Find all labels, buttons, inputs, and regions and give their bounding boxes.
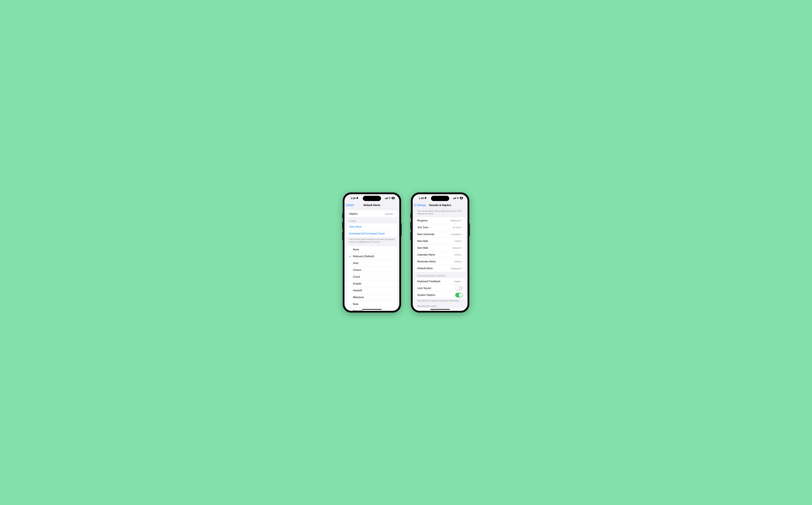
chevron-right-icon bbox=[462, 268, 463, 270]
tone-row[interactable]: Antic bbox=[347, 260, 397, 267]
chevron-left-icon bbox=[346, 204, 348, 207]
tone-label: Passage bbox=[353, 310, 395, 311]
tone-row[interactable]: Chord bbox=[347, 274, 397, 280]
chevron-right-icon bbox=[462, 220, 463, 222]
row-label: Lock Sound bbox=[417, 287, 455, 290]
sounds-list: RingtoneReflectionText ToneTri-toneNew V… bbox=[415, 217, 465, 272]
system-haptics-row: System Haptics bbox=[415, 292, 465, 299]
wifi-icon bbox=[457, 197, 459, 199]
row-label: Calendar Alerts bbox=[417, 253, 454, 256]
battery-indicator: 46 bbox=[391, 197, 395, 199]
store-group: Tone Store Download All Purchased Tones bbox=[347, 223, 397, 237]
status-time: 1:29 bbox=[351, 197, 355, 199]
dynamic-island bbox=[363, 196, 381, 201]
haptics-row[interactable]: Haptics Default bbox=[347, 210, 397, 217]
sound-row[interactable]: New VoicemailComplete bbox=[415, 231, 465, 238]
tone-label: Chord bbox=[353, 276, 395, 278]
dynamic-island bbox=[431, 196, 449, 201]
download-tones-row[interactable]: Download All Purchased Tones bbox=[347, 230, 397, 237]
row-value: Reflection bbox=[450, 219, 461, 222]
chevron-right-icon bbox=[394, 213, 395, 215]
tone-row[interactable]: Handoff bbox=[347, 287, 397, 294]
headphone-header: HEADPHONE AUDIO bbox=[413, 302, 468, 308]
system-haptics-toggle[interactable] bbox=[455, 293, 463, 297]
row-value: Chord bbox=[454, 260, 461, 263]
sound-row[interactable]: Default AlertsRebound bbox=[415, 265, 465, 272]
side-button bbox=[411, 232, 411, 240]
row-value: Rebound bbox=[451, 267, 461, 270]
store-header: STORE bbox=[344, 217, 399, 223]
row-value: Complete bbox=[451, 233, 461, 235]
side-button bbox=[411, 213, 411, 218]
row-label: Download All Purchased Tones bbox=[349, 232, 395, 235]
cellular-icon bbox=[385, 197, 387, 199]
system-footer: Play haptics for system controls and int… bbox=[413, 299, 468, 302]
sound-row[interactable]: RingtoneReflection bbox=[415, 217, 465, 224]
back-button[interactable]: Settings bbox=[414, 204, 426, 207]
cellular-icon bbox=[453, 197, 456, 199]
sound-row[interactable]: Sent MailSwoosh bbox=[415, 244, 465, 251]
tones-list: NoneRebound (Default)AnticCheersChordDro… bbox=[347, 246, 397, 311]
chevron-right-icon bbox=[462, 240, 463, 242]
chevron-right-icon bbox=[462, 281, 463, 283]
chevron-right-icon bbox=[462, 261, 463, 263]
tone-row[interactable]: Milestone bbox=[347, 294, 397, 301]
tone-label: Note bbox=[353, 303, 395, 306]
tone-label: Handoff bbox=[353, 289, 395, 292]
row-label: Default Alerts bbox=[417, 267, 451, 270]
back-label: Back bbox=[348, 204, 354, 207]
tone-label: Antic bbox=[353, 262, 395, 265]
sound-row[interactable]: Text ToneTri-tone bbox=[415, 224, 465, 231]
lock-sound-row: Lock Sound bbox=[415, 285, 465, 292]
row-label: Reminder Alerts bbox=[417, 260, 454, 263]
tone-label: Rebound (Default) bbox=[353, 255, 395, 258]
row-label: System Haptics bbox=[417, 294, 455, 297]
tone-row[interactable]: Rebound (Default) bbox=[347, 253, 397, 260]
chevron-left-icon bbox=[414, 204, 416, 207]
tone-label: Droplet bbox=[353, 282, 395, 285]
silent-mode-icon bbox=[356, 197, 358, 199]
silent-mode-icon bbox=[424, 197, 427, 199]
home-indicator[interactable] bbox=[430, 309, 450, 310]
tone-row[interactable]: None bbox=[347, 246, 397, 253]
sound-row[interactable]: New MailChord bbox=[415, 238, 465, 244]
row-value: Chord bbox=[454, 253, 461, 256]
row-value: Tri-tone bbox=[453, 226, 461, 229]
row-value: Chord bbox=[454, 240, 461, 242]
home-indicator[interactable] bbox=[362, 309, 382, 310]
row-label: Haptics bbox=[349, 212, 385, 215]
row-label: Text Tone bbox=[417, 226, 453, 229]
row-label: New Mail bbox=[417, 240, 454, 242]
chevron-right-icon bbox=[462, 233, 463, 235]
status-time: 1:29 bbox=[419, 197, 424, 199]
page-title: Default Alerts bbox=[363, 204, 380, 207]
tone-store-row[interactable]: Tone Store bbox=[347, 223, 397, 230]
row-label: Keyboard Feedback bbox=[417, 280, 454, 283]
checkmark-icon bbox=[348, 255, 352, 258]
tone-row[interactable]: Droplet bbox=[347, 280, 397, 287]
side-button bbox=[342, 213, 343, 218]
tone-row[interactable]: Cheers bbox=[347, 267, 397, 274]
tone-row[interactable]: Note bbox=[347, 301, 397, 308]
row-value: Haptic bbox=[454, 280, 461, 283]
phone-left: 1:29 46 Back Default Alerts Haptics Defa… bbox=[343, 192, 401, 313]
tone-label: Milestone bbox=[353, 296, 395, 299]
volume-footer: The volume buttons will not affect the v… bbox=[413, 208, 468, 215]
sound-row[interactable]: Calendar AlertsChord bbox=[415, 251, 465, 258]
row-value: Swoosh bbox=[452, 246, 461, 249]
page-title: Sounds & Haptics bbox=[429, 204, 451, 207]
keyboard-feedback-row[interactable]: Keyboard Feedback Haptic bbox=[415, 278, 465, 285]
store-footer: This will download all ringtones and ale… bbox=[344, 237, 399, 243]
battery-indicator: 46 bbox=[460, 197, 463, 199]
tone-label: Cheers bbox=[353, 269, 395, 272]
sound-row[interactable]: Reminder AlertsChord bbox=[415, 258, 465, 265]
row-label: Sent Mail bbox=[417, 246, 452, 249]
phone-right: 1:29 46 Settings Sounds & Haptics The vo… bbox=[411, 192, 469, 313]
nav-bar: Back Default Alerts bbox=[344, 202, 399, 208]
system-group: Keyboard Feedback Haptic Lock Sound Syst… bbox=[415, 278, 465, 299]
back-button[interactable]: Back bbox=[346, 204, 354, 207]
nav-bar: Settings Sounds & Haptics bbox=[413, 202, 468, 208]
side-button bbox=[401, 223, 401, 236]
lock-sound-toggle[interactable] bbox=[455, 286, 463, 291]
side-button bbox=[342, 222, 343, 230]
